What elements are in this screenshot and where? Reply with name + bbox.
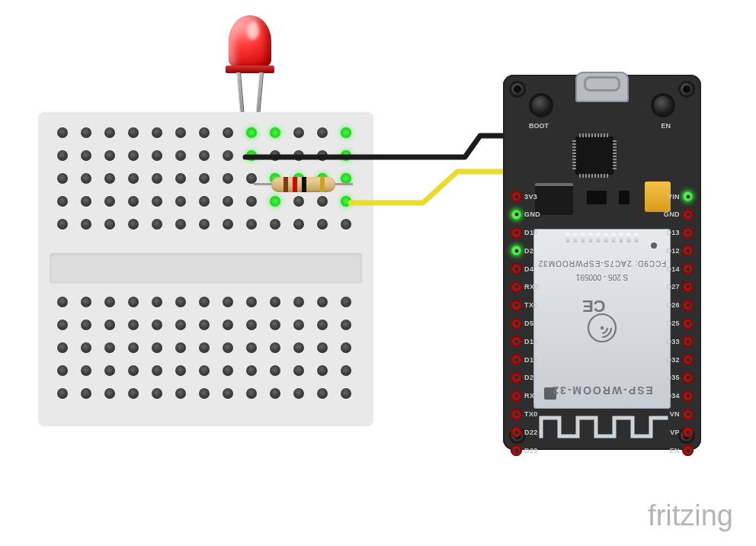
pin-3v3: 3V3	[511, 191, 522, 202]
pin-d4: D4	[511, 263, 522, 275]
breadboard-hole	[199, 219, 210, 230]
espressif-logo-icon	[587, 313, 617, 343]
breadboard-hole	[152, 365, 162, 376]
breadboard-hole	[152, 297, 162, 307]
breadboard-hole	[81, 388, 91, 399]
breadboard-hole	[175, 320, 186, 330]
breadboard-hole	[81, 127, 91, 138]
breadboard-hole	[341, 173, 351, 184]
pin-label: D18	[524, 338, 538, 345]
breadboard-hole	[317, 219, 328, 230]
pin-tx0: TX0	[511, 409, 522, 420]
pin-label: D13	[666, 229, 680, 236]
pin-d18: D18	[511, 336, 522, 347]
pin-header-left: 3V3GNDD15D2D4RX2TX2D5D18D19D21RX0TX0D22D…	[511, 191, 522, 456]
breadboard-hole	[81, 219, 91, 230]
pin-d12: D12	[682, 245, 694, 256]
breadboard-hole	[199, 297, 210, 307]
breadboard-hole	[246, 320, 257, 330]
pin-label: D4	[524, 265, 533, 273]
breadboard-hole	[104, 342, 115, 353]
pin-label: D33	[666, 338, 680, 345]
breadboard-hole	[246, 150, 257, 161]
breadboard-hole	[293, 127, 304, 138]
pin-d19: D19	[511, 354, 522, 365]
breadboard-hole	[81, 365, 91, 376]
boot-label: BOOT	[529, 122, 549, 130]
pin-rx0: RX0	[511, 390, 522, 402]
module-fcc-label: FCC9D: 2AC7S-ESPWROOM32	[538, 259, 667, 268]
breadboard-hole	[57, 320, 68, 330]
breadboard-hole	[104, 320, 115, 330]
pin-label: 3V3	[524, 193, 537, 201]
breadboard-hole	[270, 150, 280, 161]
breadboard-hole	[246, 365, 257, 376]
led-bulb	[229, 15, 271, 69]
breadboard-hole	[152, 173, 162, 184]
breadboard-hole	[293, 342, 304, 353]
pin-label: D2	[524, 247, 533, 255]
breadboard-hole	[270, 297, 280, 307]
pin-label: EN	[670, 447, 680, 454]
breadboard-hole	[81, 173, 91, 184]
breadboard-hole	[270, 196, 280, 207]
breadboard-hole	[128, 219, 139, 230]
pin-d21: D21	[511, 372, 522, 384]
breadboard-hole	[104, 219, 115, 230]
breadboard-hole	[270, 388, 280, 399]
breadboard-hole	[270, 342, 280, 353]
pin-d25: D25	[682, 318, 694, 329]
pin-rx2: RX2	[511, 281, 522, 293]
usb-serial-chip	[576, 137, 613, 174]
breadboard-hole	[246, 173, 257, 184]
esp-wroom-32-module: FCC9D: 2AC7S-ESPWROOM32 S 205 - 000591 C…	[533, 229, 671, 409]
breadboard-hole	[223, 173, 233, 184]
breadboard-hole	[223, 219, 233, 230]
breadboard-hole	[57, 127, 68, 138]
pin-label: D35	[666, 374, 680, 381]
pin-header-right: VINGNDD13D12D14D27D26D25D33D32D35D34VNVP…	[682, 191, 694, 456]
breadboard-hole	[175, 297, 186, 307]
pin-d27: D27	[682, 281, 694, 293]
pin-label: D15	[524, 229, 538, 236]
pin-d22: D22	[511, 426, 522, 438]
svg-point-1	[601, 326, 604, 329]
breadboard-hole	[81, 196, 91, 207]
breadboard-hole	[246, 219, 257, 230]
breadboard-hole	[128, 150, 139, 161]
breadboard-hole	[175, 196, 186, 207]
breadboard-hole	[199, 196, 210, 207]
breadboard-hole	[104, 196, 115, 207]
breadboard-hole	[223, 342, 233, 353]
breadboard-hole	[293, 388, 304, 399]
pin-d32: D32	[682, 354, 694, 365]
breadboard-hole	[57, 150, 68, 161]
breadboard-hole	[81, 150, 91, 161]
breadboard-hole	[57, 342, 68, 353]
breadboard-hole	[128, 365, 139, 376]
breadboard-hole	[293, 320, 304, 330]
module-info-label: S 205 - 000591	[576, 273, 628, 281]
breadboard-hole	[175, 127, 186, 138]
pin-label: D12	[666, 247, 680, 255]
pin-d33: D33	[682, 336, 694, 347]
pin-label: TX0	[524, 410, 538, 418]
breadboard-hole	[317, 342, 328, 353]
pin-gnd: GND	[511, 209, 522, 220]
breadboard-hole	[270, 219, 280, 230]
breadboard-hole	[341, 127, 351, 138]
pin-d13: D13	[682, 227, 694, 239]
en-button[interactable]	[654, 96, 672, 114]
pin-label: D27	[666, 283, 680, 291]
pin-label: GND	[524, 210, 540, 218]
breadboard-hole	[223, 297, 233, 307]
breadboard-hole	[57, 173, 68, 184]
breadboard-hole	[104, 127, 115, 138]
pin-d14: D14	[682, 263, 694, 275]
boot-button[interactable]	[532, 96, 550, 114]
breadboard-divider	[50, 253, 362, 284]
wire-d2	[351, 172, 517, 203]
pcb-antenna	[533, 413, 671, 441]
breadboard-hole	[128, 342, 139, 353]
pin-en: EN	[682, 445, 694, 456]
